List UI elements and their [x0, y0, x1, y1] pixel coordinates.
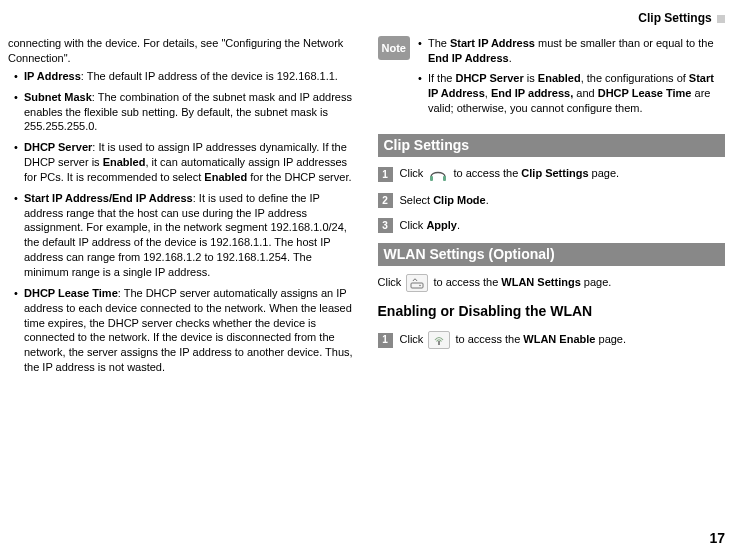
- svg-rect-1: [443, 176, 446, 181]
- wireless-device-icon: [406, 274, 428, 292]
- text-bold: Clip Settings: [521, 167, 588, 179]
- term-bold: Enabled: [103, 156, 146, 168]
- term-text: : The DHCP server automatically assigns …: [24, 287, 353, 373]
- step-number-badge: 1: [378, 333, 393, 348]
- page-number: 17: [709, 529, 725, 548]
- header-marker-icon: [717, 15, 725, 23]
- step-number-badge: 3: [378, 218, 393, 233]
- term: IP Address: [24, 70, 81, 82]
- note-list: The Start IP Address must be smaller tha…: [416, 36, 725, 120]
- page-header: Clip Settings: [8, 10, 725, 30]
- note-bold: Enabled: [538, 72, 581, 84]
- list-item: IP Address: The default IP address of th…: [8, 69, 356, 84]
- definition-list: IP Address: The default IP address of th…: [8, 69, 356, 375]
- note-box: Note The Start IP Address must be smalle…: [378, 36, 726, 120]
- text: page.: [589, 167, 620, 179]
- term-text: : It is used to define the IP address ra…: [24, 192, 347, 278]
- svg-point-3: [420, 285, 422, 287]
- svg-rect-4: [438, 341, 440, 345]
- step-row: 1 Click to access the Clip Settings page…: [378, 165, 726, 183]
- right-column: Note The Start IP Address must be smalle…: [378, 36, 726, 381]
- wlan-settings-header: WLAN Settings (Optional): [378, 243, 726, 266]
- text: .: [457, 219, 460, 231]
- list-item: Subnet Mask: The combination of the subn…: [8, 90, 356, 135]
- text-bold: WLAN Settings: [501, 276, 580, 288]
- headphones-icon: [428, 165, 448, 183]
- step-row: 3 Click Apply.: [378, 218, 726, 233]
- text: to access the: [450, 167, 521, 179]
- text: Select: [400, 194, 434, 206]
- content-columns: connecting with the device. For details,…: [8, 36, 725, 381]
- svg-rect-0: [430, 176, 433, 181]
- text: page.: [581, 276, 612, 288]
- text: Click: [400, 167, 427, 179]
- note-bold: End IP Address: [428, 52, 509, 64]
- note-bold: Start IP Address: [450, 37, 535, 49]
- step-text: Click to access the WLAN Enable page.: [400, 331, 726, 349]
- note-bold: DHCP Server: [455, 72, 523, 84]
- step-text: Select Clip Mode.: [400, 193, 726, 208]
- text: Click: [400, 333, 427, 345]
- note-badge: Note: [378, 36, 410, 60]
- note-text: If the: [428, 72, 456, 84]
- note-item: If the DHCP Server is Enabled, the confi…: [416, 71, 725, 116]
- wlan-enable-subtitle: Enabling or Disabling the WLAN: [378, 302, 726, 321]
- text: Click: [378, 276, 405, 288]
- term: Subnet Mask: [24, 91, 92, 103]
- step-text: Click to access the Clip Settings page.: [400, 165, 726, 183]
- term: DHCP Server: [24, 141, 92, 153]
- note-item: The Start IP Address must be smaller tha…: [416, 36, 725, 66]
- list-item: DHCP Server: It is used to assign IP add…: [8, 140, 356, 185]
- page-header-title: Clip Settings: [638, 11, 711, 25]
- wlan-intro-row: Click to access the WLAN Settings page.: [378, 274, 726, 292]
- note-text: , the configurations of: [581, 72, 689, 84]
- term: Start IP Address/End IP Address: [24, 192, 193, 204]
- list-item: Start IP Address/End IP Address: It is u…: [8, 191, 356, 280]
- step-row: 1 Click to access the WLAN Enable page.: [378, 331, 726, 349]
- term: DHCP Lease Time: [24, 287, 118, 299]
- term-bold: Enabled: [204, 171, 247, 183]
- step-text: Click Apply.: [400, 218, 726, 233]
- text-bold: Apply: [426, 219, 457, 231]
- text: to access the: [430, 276, 501, 288]
- note-text: .: [509, 52, 512, 64]
- note-text: and: [573, 87, 597, 99]
- wireless-signal-icon: [428, 331, 450, 349]
- list-item: DHCP Lease Time: The DHCP server automat…: [8, 286, 356, 375]
- note-text: must be smaller than or equal to the: [535, 37, 714, 49]
- text: .: [486, 194, 489, 206]
- note-text: is: [524, 72, 538, 84]
- step-number-badge: 2: [378, 193, 393, 208]
- note-bold: End IP address,: [491, 87, 573, 99]
- text-bold: Clip Mode: [433, 194, 486, 206]
- text: to access the: [452, 333, 523, 345]
- note-bold: DHCP Lease Time: [598, 87, 692, 99]
- intro-paragraph: connecting with the device. For details,…: [8, 36, 356, 66]
- term-text: : The default IP address of the device i…: [81, 70, 338, 82]
- left-column: connecting with the device. For details,…: [8, 36, 356, 381]
- clip-settings-header: Clip Settings: [378, 134, 726, 157]
- text: page.: [595, 333, 626, 345]
- note-text: The: [428, 37, 450, 49]
- svg-rect-2: [411, 283, 423, 288]
- term-text: for the DHCP server.: [247, 171, 351, 183]
- step-number-badge: 1: [378, 167, 393, 182]
- step-text: Click to access the WLAN Settings page.: [378, 274, 726, 292]
- text-bold: WLAN Enable: [523, 333, 595, 345]
- step-row: 2 Select Clip Mode.: [378, 193, 726, 208]
- text: Click: [400, 219, 427, 231]
